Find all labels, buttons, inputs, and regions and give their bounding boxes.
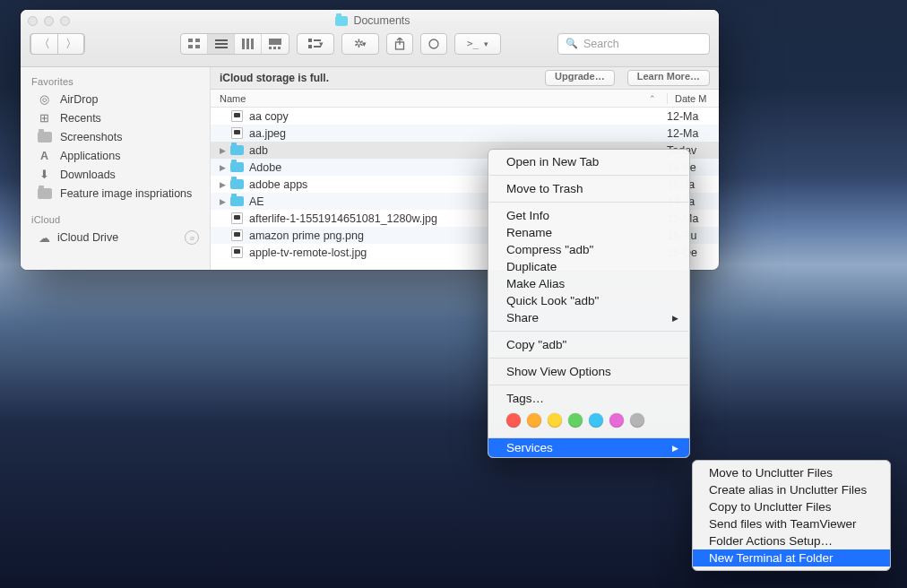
disclosure-icon[interactable]: ▶	[216, 163, 229, 172]
sidebar-item-label: Applications	[60, 150, 120, 162]
menu-services[interactable]: Services	[488, 438, 689, 457]
svg-rect-6	[215, 47, 228, 48]
sidebar-item-downloads[interactable]: ⬇ Downloads	[21, 165, 210, 184]
menu-get-info[interactable]: Get Info	[488, 207, 689, 224]
minimize-icon[interactable]	[44, 16, 54, 26]
svg-rect-11	[269, 47, 272, 49]
upgrade-button[interactable]: Upgrade…	[545, 70, 615, 86]
svg-rect-7	[242, 39, 245, 49]
cloud-icon: ☁	[37, 231, 52, 245]
svg-rect-16	[308, 45, 312, 48]
close-icon[interactable]	[28, 16, 38, 26]
sidebar-item-airdrop[interactable]: ◎ AirDrop	[21, 90, 210, 108]
file-name: aa.jpeg	[249, 127, 667, 140]
sidebar-item-screenshots[interactable]: Screenshots	[21, 127, 210, 146]
sidebar: Favorites ◎ AirDrop ⊞ Recents Screenshot…	[21, 67, 211, 270]
svg-rect-0	[188, 39, 193, 42]
folder-icon	[335, 16, 348, 26]
tag-color[interactable]	[506, 413, 521, 428]
disclosure-icon[interactable]: ▶	[216, 146, 229, 155]
services-item[interactable]: Create alias in Unclutter Files	[693, 481, 890, 498]
sort-asc-icon: ⌃	[649, 94, 656, 103]
search-input[interactable]: 🔍 Search	[557, 33, 710, 55]
context-menu: Open in New Tab Move to Trash Get Info R…	[488, 149, 690, 458]
tags-button[interactable]	[420, 33, 447, 55]
path-button[interactable]: >_▾	[454, 33, 501, 55]
services-item[interactable]: Move to Unclutter Files	[693, 464, 890, 481]
svg-rect-3	[195, 45, 200, 48]
sidebar-item-recents[interactable]: ⊞ Recents	[21, 108, 210, 127]
tag-color[interactable]	[568, 413, 583, 428]
svg-point-19	[429, 39, 438, 48]
share-button[interactable]	[386, 33, 413, 55]
search-icon: 🔍	[566, 38, 578, 49]
zoom-icon[interactable]	[60, 16, 70, 26]
table-row[interactable]: aa copy12-Ma	[211, 108, 719, 125]
folder-icon	[37, 186, 52, 200]
menu-copy[interactable]: Copy "adb"	[488, 336, 689, 353]
window-title-text: Documents	[353, 14, 410, 27]
svg-rect-12	[273, 47, 276, 49]
table-row[interactable]: aa.jpeg12-Ma	[211, 125, 719, 142]
sidebar-item-label: Downloads	[60, 169, 116, 181]
menu-open-new-tab[interactable]: Open in New Tab	[488, 153, 689, 170]
services-item[interactable]: Copy to Unclutter Files	[693, 498, 890, 515]
folder-icon	[229, 178, 245, 191]
menu-make-alias[interactable]: Make Alias	[488, 275, 689, 292]
menu-compress[interactable]: Compress "adb"	[488, 241, 689, 258]
services-item[interactable]: Folder Actions Setup…	[693, 532, 890, 549]
services-item[interactable]: New Terminal at Folder	[693, 549, 890, 566]
column-name[interactable]: Name ⌃	[220, 93, 667, 104]
sidebar-item-label: Screenshots	[60, 131, 122, 143]
menu-quick-look[interactable]: Quick Look "adb"	[488, 292, 689, 309]
svg-rect-14	[308, 39, 312, 42]
sidebar-section-favorites: Favorites	[21, 73, 210, 90]
menu-view-options[interactable]: Show View Options	[488, 363, 689, 380]
list-icon	[215, 39, 228, 49]
view-icons-button[interactable]	[181, 34, 208, 54]
tag-color[interactable]	[609, 413, 624, 428]
share-icon	[394, 38, 405, 50]
menu-duplicate[interactable]: Duplicate	[488, 258, 689, 275]
forward-button[interactable]: 〉	[57, 33, 84, 55]
notice-text: iCloud storage is full.	[220, 72, 329, 84]
tag-color[interactable]	[548, 413, 562, 428]
titlebar[interactable]: Documents	[21, 10, 719, 26]
view-columns-button[interactable]	[235, 34, 262, 54]
tag-color[interactable]	[527, 413, 541, 428]
sidebar-item-label: AirDrop	[60, 93, 98, 106]
tag-color[interactable]	[630, 413, 644, 428]
arrange-button[interactable]: ▾	[297, 33, 334, 55]
action-button[interactable]: ✲▾	[341, 33, 379, 55]
column-date[interactable]: Date M	[667, 93, 719, 104]
file-date: 12-Ma	[667, 127, 719, 140]
menu-tags[interactable]: Tags…	[488, 390, 689, 407]
recents-icon: ⊞	[37, 111, 52, 125]
menu-share[interactable]: Share	[488, 309, 689, 326]
services-submenu: Move to Unclutter FilesCreate alias in U…	[692, 460, 891, 571]
folder-icon	[37, 130, 52, 143]
folder-icon	[229, 161, 245, 174]
search-placeholder: Search	[583, 38, 619, 50]
disclosure-icon[interactable]: ▶	[216, 197, 229, 206]
back-button[interactable]: 〈	[30, 33, 57, 55]
svg-rect-2	[188, 45, 193, 48]
menu-rename[interactable]: Rename	[488, 224, 689, 241]
sidebar-item-icloud-drive[interactable]: ☁ iCloud Drive ⌀	[21, 228, 210, 247]
services-item[interactable]: Send files with TeamViewer	[693, 515, 890, 532]
file-icon	[229, 127, 245, 140]
view-list-button[interactable]	[208, 34, 235, 54]
sidebar-item-applications[interactable]: A Applications	[21, 146, 210, 165]
column-headers: Name ⌃ Date M	[211, 90, 719, 108]
sidebar-item-feature-images[interactable]: Feature image inspriations	[21, 184, 210, 203]
view-gallery-button[interactable]	[262, 34, 289, 54]
tag-color[interactable]	[589, 413, 603, 428]
file-icon	[229, 246, 245, 259]
tag-color-row	[488, 407, 689, 437]
learn-more-button[interactable]: Learn More…	[627, 70, 710, 86]
toolbar: 〈 〉 ▾ ✲▾	[21, 26, 719, 67]
svg-rect-13	[278, 47, 281, 49]
airdrop-icon: ◎	[37, 92, 52, 106]
menu-move-to-trash[interactable]: Move to Trash	[488, 180, 689, 197]
disclosure-icon[interactable]: ▶	[216, 180, 229, 189]
